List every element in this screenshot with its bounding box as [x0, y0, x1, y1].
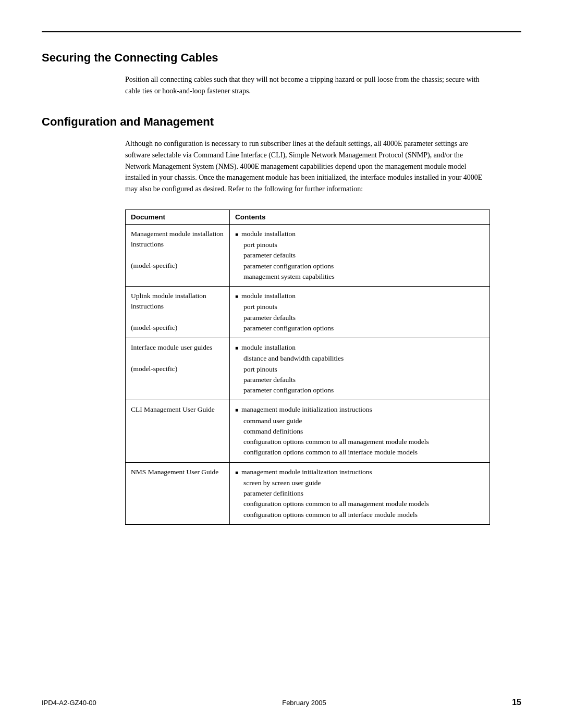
- col-header-contents: Contents: [230, 209, 490, 224]
- doc-cell-5: NMS Management User Guide: [126, 462, 230, 524]
- bullet-icon: ■: [235, 230, 238, 238]
- top-rule: [42, 31, 521, 32]
- sub-item: distance and bandwidth capabilities: [235, 353, 484, 364]
- table-row: Interface module user guides (model-spec…: [126, 338, 490, 400]
- doc-cell-2: Uplink module installation instructions …: [126, 287, 230, 338]
- page-footer: IPD4-A2-GZ40-00 February 2005 15: [42, 698, 521, 707]
- doc-label-2: Uplink module installation instructions: [131, 292, 206, 310]
- doc-cell-3: Interface module user guides (model-spec…: [126, 338, 230, 400]
- bullet-item: ■ module installation: [235, 229, 484, 239]
- doc-cell-1: Management module installation instructi…: [126, 224, 230, 286]
- sub-item: parameter definitions: [235, 488, 484, 499]
- table-header-row: Document Contents: [126, 209, 490, 224]
- bullet-text: management module initialization instruc…: [241, 467, 372, 477]
- footer-date: February 2005: [282, 699, 326, 707]
- footer-doc-id: IPD4-A2-GZ40-00: [42, 699, 96, 707]
- doc-label-4: CLI Management User Guide: [131, 405, 215, 413]
- sub-item: parameter defaults: [235, 313, 484, 323]
- doc-label-1: Management module installation instructi…: [131, 230, 224, 248]
- bullet-icon: ■: [235, 344, 238, 352]
- section-config-management: Configuration and Management Although no…: [42, 115, 521, 524]
- bullet-item: ■ module installation: [235, 342, 484, 353]
- sub-item: configuration options common to all inte…: [235, 447, 484, 458]
- sub-item: management system capabilities: [235, 272, 484, 282]
- doc-label-5: NMS Management User Guide: [131, 468, 218, 476]
- section2-paragraph: Although no configuration is necessary t…: [125, 138, 490, 194]
- table-row: NMS Management User Guide ■ management m…: [126, 462, 490, 524]
- table-row: Uplink module installation instructions …: [126, 287, 490, 338]
- sub-item: port pinouts: [235, 240, 484, 250]
- bullet-text: module installation: [241, 229, 296, 239]
- sub-item: screen by screen user guide: [235, 478, 484, 488]
- footer-page-number: 15: [512, 698, 521, 707]
- sub-item: configuration options common to all mana…: [235, 437, 484, 447]
- sub-item: parameter configuration options: [235, 323, 484, 334]
- col-header-document: Document: [126, 209, 230, 224]
- bullet-item: ■ management module initialization instr…: [235, 404, 484, 415]
- table-row: Management module installation instructi…: [126, 224, 490, 286]
- sub-item: configuration options common to all mana…: [235, 499, 484, 509]
- config-table-container: Document Contents Management module inst…: [125, 209, 490, 525]
- sub-item: command definitions: [235, 426, 484, 437]
- contents-cell-2: ■ module installation port pinouts param…: [230, 287, 490, 338]
- sub-item: configuration options common to all inte…: [235, 510, 484, 520]
- doc-label-3: Interface module user guides: [131, 343, 212, 351]
- contents-cell-4: ■ management module initialization instr…: [230, 400, 490, 462]
- bullet-text: management module initialization instruc…: [241, 404, 372, 415]
- section1-body: Position all connecting cables such that…: [125, 74, 490, 96]
- section2-title: Configuration and Management: [42, 115, 521, 129]
- sub-item: parameter defaults: [235, 250, 484, 261]
- config-table: Document Contents Management module inst…: [125, 209, 490, 525]
- sub-item: parameter configuration options: [235, 385, 484, 396]
- sub-item: port pinouts: [235, 302, 484, 312]
- contents-cell-3: ■ module installation distance and bandw…: [230, 338, 490, 400]
- section1-title: Securing the Connecting Cables: [42, 51, 521, 65]
- table-row: CLI Management User Guide ■ management m…: [126, 400, 490, 462]
- section2-body: Although no configuration is necessary t…: [125, 138, 490, 194]
- page: Securing the Connecting Cables Position …: [0, 0, 563, 728]
- bullet-icon: ■: [235, 292, 238, 300]
- doc-label-3-specific: (model-specific): [131, 365, 177, 373]
- bullet-item: ■ management module initialization instr…: [235, 467, 484, 477]
- sub-item: port pinouts: [235, 364, 484, 375]
- section-securing-cables: Securing the Connecting Cables Position …: [42, 51, 521, 96]
- contents-cell-5: ■ management module initialization instr…: [230, 462, 490, 524]
- bullet-text: module installation: [241, 291, 296, 301]
- bullet-icon: ■: [235, 406, 238, 414]
- bullet-item: ■ module installation: [235, 291, 484, 301]
- sub-item: command user guide: [235, 416, 484, 426]
- doc-label-1-specific: (model-specific): [131, 262, 177, 269]
- doc-label-2-specific: (model-specific): [131, 324, 177, 331]
- bullet-icon: ■: [235, 468, 238, 476]
- doc-cell-4: CLI Management User Guide: [126, 400, 230, 462]
- sub-item: parameter configuration options: [235, 261, 484, 272]
- section1-paragraph: Position all connecting cables such that…: [125, 74, 490, 96]
- contents-cell-1: ■ module installation port pinouts param…: [230, 224, 490, 286]
- bullet-text: module installation: [241, 342, 296, 353]
- sub-item: parameter defaults: [235, 375, 484, 385]
